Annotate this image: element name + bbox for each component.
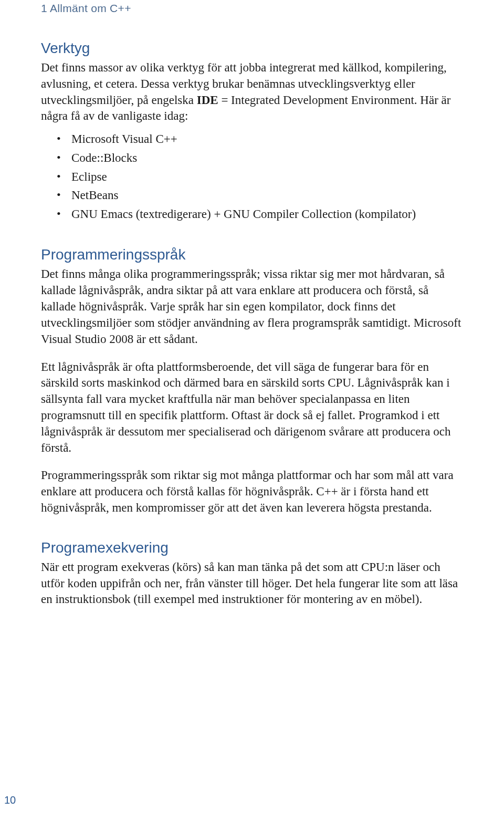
page-number: 10 [4, 794, 16, 806]
section-title-verktyg: Verktyg [41, 40, 463, 57]
paragraph: Ett lågnivåspråk är ofta plattformsberoe… [41, 359, 463, 456]
paragraph: När ett program exekveras (körs) så kan … [41, 559, 463, 608]
verktyg-list: Microsoft Visual C++ Code::Blocks Eclips… [41, 130, 463, 223]
section-title-programexekvering: Programexekvering [41, 539, 463, 556]
paragraph: Det finns många olika programmeringssprå… [41, 266, 463, 347]
document-page: 1 Allmänt om C++ Verktyg Det finns masso… [0, 2, 504, 639]
ide-bold: IDE [197, 93, 218, 107]
list-item: NetBeans [71, 186, 463, 205]
list-item: Microsoft Visual C++ [71, 130, 463, 149]
chapter-header: 1 Allmänt om C++ [41, 2, 463, 15]
section-title-programmeringssprak: Programmeringsspråk [41, 246, 463, 263]
list-item: Code::Blocks [71, 149, 463, 168]
paragraph-verktyg: Det finns massor av olika verktyg för at… [41, 60, 463, 124]
list-item: Eclipse [71, 168, 463, 186]
list-item: GNU Emacs (textredigerare) + GNU Compile… [71, 205, 463, 224]
paragraph: Programmeringsspråk som riktar sig mot m… [41, 467, 463, 516]
